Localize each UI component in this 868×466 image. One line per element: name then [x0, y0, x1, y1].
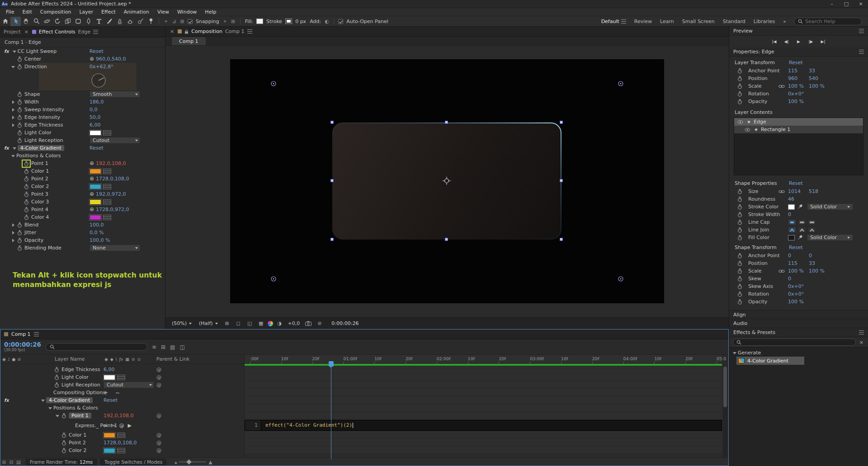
stopwatch-icon[interactable]: [53, 375, 60, 380]
timeline-search-box[interactable]: [46, 343, 147, 351]
menu-window[interactable]: Window: [173, 9, 201, 15]
playhead[interactable]: [331, 361, 331, 459]
shape-properties-row-stroke-width[interactable]: Stroke Width0: [729, 211, 868, 218]
orbit-camera-tool-icon[interactable]: [42, 17, 52, 26]
round-join-button[interactable]: [798, 227, 806, 233]
value-text[interactable]: 0,0: [90, 107, 98, 113]
stopwatch-icon[interactable]: [16, 130, 23, 136]
graph-row[interactable]: [245, 389, 722, 396]
zoom-tool-icon[interactable]: [31, 17, 42, 26]
layer-transform-row-opacity[interactable]: Opacity100 %: [729, 98, 868, 105]
tl-row-color-2[interactable]: Color 2@: [0, 447, 244, 454]
graph-row[interactable]: [245, 412, 722, 419]
color-type-dropdown[interactable]: Solid Color: [807, 234, 853, 241]
value-text[interactable]: 1728,0,108,0: [96, 176, 129, 182]
gradient-edit-icon[interactable]: [103, 184, 111, 189]
stopwatch-icon[interactable]: [736, 84, 743, 89]
stopwatch-icon[interactable]: [23, 184, 29, 189]
stopwatch-icon[interactable]: [736, 204, 743, 210]
snap-option-2-icon[interactable]: ⊿: [170, 19, 178, 24]
stopwatch-icon[interactable]: [16, 115, 23, 120]
effect-control-point[interactable]: [618, 276, 624, 282]
shape-properties-row-roundness[interactable]: Roundness46: [729, 195, 868, 203]
effect-item-4-color-gradient[interactable]: 4-Color Gradient: [736, 357, 804, 365]
ec-row-shape[interactable]: ShapeSmooth: [0, 90, 165, 98]
stopwatch-icon[interactable]: [736, 253, 743, 259]
graph-row[interactable]: [245, 366, 722, 373]
tab-effect-controls[interactable]: Effect Controls: [39, 29, 75, 35]
ec-row-point-3[interactable]: Point 3⊕192,0,972,0: [0, 190, 165, 198]
stopwatch-icon[interactable]: [736, 227, 743, 233]
parent-pickwhip-icon[interactable]: @: [156, 447, 161, 453]
frame-blending-icon[interactable]: ▤: [170, 344, 175, 350]
layer-contents-item-edge[interactable]: ★Edge: [734, 118, 863, 126]
adjust-exposure-icon[interactable]: ◑: [275, 320, 284, 328]
color-swatch[interactable]: [104, 433, 115, 438]
color-type-dropdown[interactable]: Solid Color: [807, 203, 853, 210]
stopwatch-icon[interactable]: [61, 413, 67, 419]
ec-row-jitter[interactable]: Jitter0,0 %: [0, 229, 165, 236]
gradient-edit-icon[interactable]: [103, 215, 111, 220]
stopwatch-icon[interactable]: [736, 197, 743, 202]
timeline-graph-area[interactable]: :00f10f20f01:00f10f20f02:00f10f20f03:00f…: [245, 355, 722, 459]
toggle-switches-modes-button[interactable]: Toggle Switches / Modes: [100, 459, 166, 465]
dropdown[interactable]: Cutout: [104, 381, 154, 388]
tl-row-point-1[interactable]: Point 1192,0,108,0@: [0, 412, 244, 419]
value-text[interactable]: 33: [809, 260, 815, 266]
pan-behind-tool-icon[interactable]: [62, 17, 73, 26]
stopwatch-icon[interactable]: [16, 92, 23, 97]
column-layer-name[interactable]: Layer Name: [55, 356, 85, 362]
snap-option-1-icon[interactable]: ⌖: [162, 19, 170, 24]
layer-transform-row-rotation[interactable]: Rotation0x+0°: [729, 90, 868, 98]
effect-point-icon[interactable]: ⊕: [90, 207, 94, 212]
value-text[interactable]: 0: [788, 276, 791, 282]
stopwatch-icon[interactable]: [736, 68, 743, 74]
ec-row-center[interactable]: Center⊕960,0,540,0: [0, 55, 165, 63]
graph-row[interactable]: [245, 396, 722, 404]
expression-pickwhip-icon[interactable]: @: [119, 423, 124, 428]
menu-composition[interactable]: Composition: [36, 9, 75, 15]
effects-group-generate[interactable]: Generate: [729, 349, 868, 357]
dropdown[interactable]: Cutout: [90, 137, 140, 144]
shape-transform-row-opacity[interactable]: Opacity100 %: [729, 298, 868, 306]
ec-row-sweep-intensity[interactable]: Sweep Intensity0,0: [0, 106, 165, 113]
color-swatch[interactable]: [90, 169, 101, 174]
stopwatch-icon[interactable]: [736, 212, 743, 217]
snap-option-3-icon[interactable]: ⊞: [178, 19, 186, 24]
column-parent-link[interactable]: Parent & Link: [156, 356, 189, 362]
twirl-icon[interactable]: [47, 405, 53, 411]
scrollbar-thumb[interactable]: [723, 367, 727, 407]
effects-presets-search-box[interactable]: [733, 339, 856, 346]
menu-file[interactable]: File: [2, 9, 18, 15]
stopwatch-icon[interactable]: [736, 99, 743, 104]
stopwatch-icon[interactable]: [23, 215, 29, 220]
effect-point-icon[interactable]: ⊕: [90, 176, 94, 181]
help-search-box[interactable]: [794, 18, 862, 25]
stopwatch-icon[interactable]: [16, 64, 23, 70]
tab-composition[interactable]: Composition: [191, 28, 222, 34]
timeline-vertical-scrollbar[interactable]: [723, 366, 727, 457]
menu-view[interactable]: View: [153, 9, 173, 15]
graph-row[interactable]: [245, 373, 722, 381]
snap-to-layers-icon[interactable]: ⊞: [229, 19, 237, 24]
timeline-toggle-icon-1[interactable]: ⊞: [0, 459, 8, 465]
workspace-libraries[interactable]: Libraries: [750, 19, 779, 24]
value-text[interactable]: 100 %: [788, 83, 804, 89]
shape-properties-row-stroke-color[interactable]: Stroke ColorSolid Color: [729, 203, 868, 211]
value-text[interactable]: 0,0 %: [90, 230, 104, 235]
miter-join-button[interactable]: [788, 227, 796, 233]
effect-control-point[interactable]: [271, 276, 277, 282]
tl-row-positions-colors[interactable]: Positions & Colors: [0, 404, 244, 412]
properties-panel-header[interactable]: Properties: Edge: [729, 47, 868, 56]
help-search-input[interactable]: [805, 19, 855, 24]
value-text[interactable]: 0: [788, 253, 791, 259]
expression-language-menu-icon[interactable]: ▶: [127, 423, 131, 428]
shape-transform-row-skew[interactable]: Skew0: [729, 275, 868, 282]
timeline-toggle-icon-3[interactable]: ▤: [15, 459, 22, 465]
timeline-zoom-slider[interactable]: ▴▲: [175, 459, 212, 465]
value-text[interactable]: 192,0,108,0: [96, 160, 126, 166]
panel-menu-icon[interactable]: [859, 29, 864, 33]
twirl-icon[interactable]: [10, 64, 16, 70]
ec-row-color-1[interactable]: Color 1: [0, 167, 165, 175]
shape-transform-row-anchor-point[interactable]: Anchor Point00: [729, 252, 868, 259]
